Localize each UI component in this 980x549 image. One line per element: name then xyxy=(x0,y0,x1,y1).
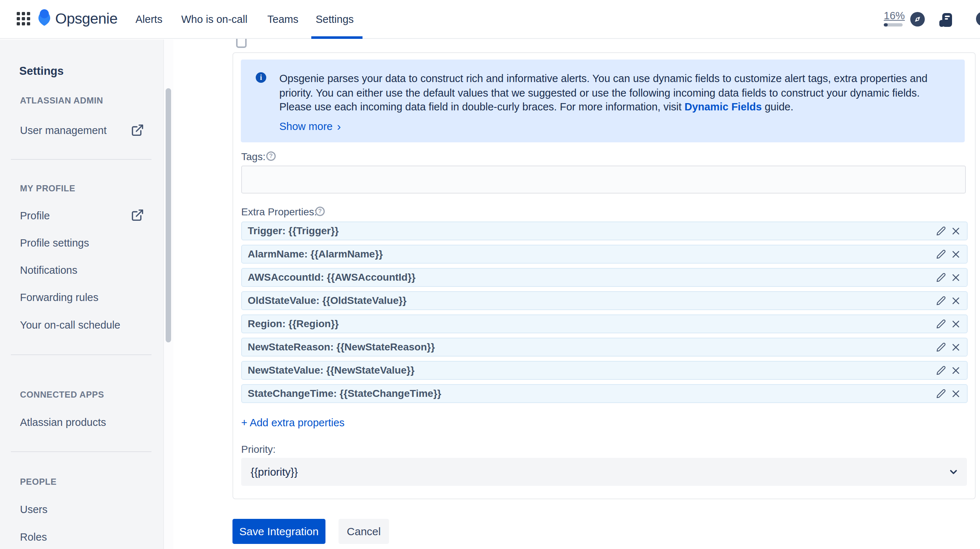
nav-teams[interactable]: Teams xyxy=(267,13,298,25)
sidebar-divider xyxy=(11,354,151,355)
banner-text-line3-pre: Please use each incoming data field in d… xyxy=(279,101,684,113)
sidebar-item-roles[interactable]: Roles xyxy=(20,531,47,543)
tags-help-icon[interactable]: ? xyxy=(266,151,276,161)
delete-icon[interactable] xyxy=(951,273,961,282)
extra-property-value: NewStateValue: {{NewStateValue}} xyxy=(248,365,414,376)
banner-text-line3-post: guide. xyxy=(762,101,793,113)
extra-property-row: AWSAccountId: {{AWSAccountId}} xyxy=(241,268,968,287)
nav-settings[interactable]: Settings xyxy=(316,13,354,25)
delete-icon[interactable] xyxy=(951,226,961,236)
grid-dot xyxy=(17,12,20,15)
nav-settings-active-underline xyxy=(311,36,363,39)
usage-progress-track xyxy=(884,23,903,27)
grid-dot xyxy=(27,12,30,15)
edit-icon[interactable] xyxy=(936,343,946,352)
top-navigation-bar: Opsgenie Alerts Who is on-call Teams Set… xyxy=(0,0,980,39)
show-more-label: Show more xyxy=(279,121,333,133)
grid-dot xyxy=(22,17,25,20)
extra-property-row: NewStateValue: {{NewStateValue}} xyxy=(241,361,968,380)
priority-label: Priority: xyxy=(241,444,276,455)
grid-dot xyxy=(22,12,25,15)
sidebar-divider xyxy=(11,451,151,452)
sidebar-scrollbar-thumb[interactable] xyxy=(165,88,171,343)
tags-input[interactable] xyxy=(241,165,966,194)
extra-properties-help-icon[interactable]: ? xyxy=(315,206,325,216)
dynamic-fields-link[interactable]: Dynamic Fields xyxy=(684,101,762,113)
delete-icon[interactable] xyxy=(951,319,961,329)
extra-properties-list: Trigger: {{Trigger}} AlarmName: {{AlarmN… xyxy=(241,222,968,403)
usage-percent[interactable]: 16% xyxy=(884,10,903,22)
help-icon[interactable]: ? xyxy=(976,12,980,26)
sidebar-section-people: PEOPLE xyxy=(20,477,57,487)
info-icon: i xyxy=(256,72,266,83)
delete-icon[interactable] xyxy=(951,389,961,399)
edit-icon[interactable] xyxy=(936,249,946,259)
extra-property-value: Trigger: {{Trigger}} xyxy=(248,225,339,237)
sidebar-item-your-on-call-schedule[interactable]: Your on-call schedule xyxy=(20,319,120,331)
sidebar-section-atlassian-admin: ATLASSIAN ADMIN xyxy=(20,95,103,106)
chevron-right-icon: › xyxy=(337,121,341,132)
extra-property-row: Trigger: {{Trigger}} xyxy=(241,222,968,240)
extra-property-value: AlarmName: {{AlarmName}} xyxy=(248,248,383,260)
add-extra-properties-link[interactable]: + Add extra properties xyxy=(241,417,345,429)
external-link-icon xyxy=(131,208,144,222)
sidebar-item-profile-settings[interactable]: Profile settings xyxy=(20,237,89,249)
edit-icon[interactable] xyxy=(936,273,946,282)
extra-property-row: OldStateValue: {{OldStateValue}} xyxy=(241,291,968,310)
edit-icon[interactable] xyxy=(936,226,946,236)
compass-needle xyxy=(910,12,925,27)
app-switcher-grid-icon[interactable] xyxy=(17,12,31,27)
banner-text-line1: Opsgenie parses your data to construct r… xyxy=(279,73,928,85)
delete-icon[interactable] xyxy=(951,296,961,306)
cancel-button[interactable]: Cancel xyxy=(339,519,389,544)
app-name[interactable]: Opsgenie xyxy=(55,10,118,27)
sidebar-item-atlassian-products[interactable]: Atlassian products xyxy=(20,416,106,428)
extra-property-row: NewStateReason: {{NewStateReason}} xyxy=(241,338,968,357)
priority-select[interactable]: {{priority}} xyxy=(241,458,967,486)
sidebar-item-user-management[interactable]: User management xyxy=(20,125,107,136)
chevron-down-icon xyxy=(948,466,959,478)
extra-property-value: StateChangeTime: {{StateChangeTime}} xyxy=(248,388,441,400)
extra-property-row: Region: {{Region}} xyxy=(241,314,968,333)
save-integration-button[interactable]: Save Integration xyxy=(232,519,325,544)
grid-dot xyxy=(27,22,30,25)
grid-dot xyxy=(17,22,20,25)
sidebar-section-connected-apps: CONNECTED APPS xyxy=(20,390,104,400)
banner-text-line3: Please use each incoming data field in d… xyxy=(279,101,793,113)
sidebar-section-my-profile: MY PROFILE xyxy=(20,183,75,194)
edit-icon[interactable] xyxy=(936,319,946,329)
banner-text-line2: priority. You can either use the default… xyxy=(279,87,920,99)
opsgenie-logo-icon[interactable] xyxy=(36,9,52,28)
show-more-link[interactable]: Show more › xyxy=(279,121,341,133)
priority-selected-value: {{priority}} xyxy=(251,466,298,478)
sidebar-item-users[interactable]: Users xyxy=(20,504,48,516)
delete-icon[interactable] xyxy=(951,249,961,259)
delete-icon[interactable] xyxy=(951,343,961,352)
edit-icon[interactable] xyxy=(936,389,946,399)
grid-dot xyxy=(27,17,30,20)
extra-properties-label: Extra Properties: xyxy=(241,206,317,218)
sidebar-item-profile[interactable]: Profile xyxy=(20,210,50,222)
release-notes-icon[interactable] xyxy=(939,12,955,28)
tags-label: Tags: xyxy=(241,151,266,163)
extra-property-value: NewStateReason: {{NewStateReason}} xyxy=(248,341,435,353)
compass-icon[interactable] xyxy=(910,12,925,27)
nav-alerts[interactable]: Alerts xyxy=(135,13,162,25)
sidebar-divider xyxy=(11,159,151,160)
delete-icon[interactable] xyxy=(951,366,961,375)
sidebar-item-notifications[interactable]: Notifications xyxy=(20,264,77,276)
nav-who-is-on-call[interactable]: Who is on-call xyxy=(181,13,247,25)
edit-icon[interactable] xyxy=(936,296,946,306)
usage-progress-fill xyxy=(884,23,888,27)
grid-dot xyxy=(22,22,25,25)
sidebar-item-forwarding-rules[interactable]: Forwarding rules xyxy=(20,292,99,303)
sidebar-title: Settings xyxy=(19,65,64,78)
external-link-icon xyxy=(131,124,144,137)
extra-property-row: StateChangeTime: {{StateChangeTime}} xyxy=(241,384,968,403)
extra-property-value: Region: {{Region}} xyxy=(248,318,339,330)
extra-property-row: AlarmName: {{AlarmName}} xyxy=(241,245,968,263)
extra-property-value: AWSAccountId: {{AWSAccountId}} xyxy=(248,271,415,283)
edit-icon[interactable] xyxy=(936,366,946,375)
extra-property-value: OldStateValue: {{OldStateValue}} xyxy=(248,295,406,306)
grid-dot xyxy=(17,17,20,20)
